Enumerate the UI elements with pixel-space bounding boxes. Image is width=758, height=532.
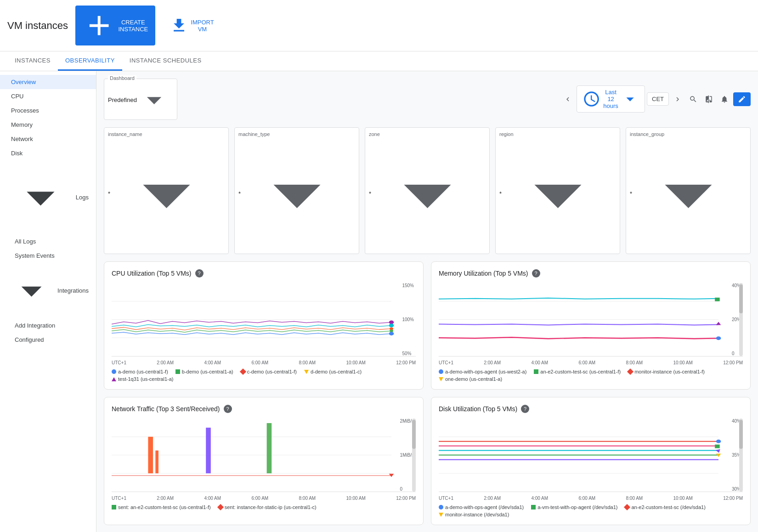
legend-memory-monitor: monitor-instance (us-central1-f) bbox=[628, 369, 705, 374]
sidebar-item-configured[interactable]: Configured bbox=[0, 333, 96, 347]
filter-zone[interactable]: zone * bbox=[365, 127, 490, 255]
network-chart-area: 2MiB/s 1MiB/s 0 bbox=[112, 419, 416, 492]
memory-chart-svg bbox=[439, 283, 743, 356]
import-icon bbox=[170, 17, 188, 34]
search-button[interactable] bbox=[686, 92, 700, 106]
cpu-chart-help[interactable]: ? bbox=[195, 269, 204, 277]
filter-dropdown-1-icon bbox=[110, 138, 223, 250]
svg-rect-18 bbox=[155, 451, 158, 474]
sidebar-item-all-logs[interactable]: All Logs bbox=[0, 234, 96, 249]
memory-legend: a-demo-with-ops-agent (us-west2-a) an-e2… bbox=[439, 369, 743, 382]
filter-region[interactable]: region * bbox=[495, 127, 620, 255]
legend-memory-one-demo: one-demo (us-central1-a) bbox=[439, 376, 502, 382]
cpu-chart-title: CPU Utilization (Top 5 VMs) ? bbox=[112, 269, 416, 277]
legend-c-demo: c-demo (us-central1-f) bbox=[241, 369, 297, 374]
pencil-icon bbox=[738, 95, 746, 103]
create-instance-button[interactable]: CREATE INSTANCE bbox=[75, 6, 155, 45]
cpu-y-labels: 150% 100% 50% bbox=[402, 283, 414, 356]
legend-diamond-sent-static bbox=[217, 504, 224, 510]
chevron-down-icon bbox=[7, 164, 74, 231]
legend-disk-e2: an-e2-custom-test-sc (/dev/sda1) bbox=[625, 504, 705, 510]
legend-memory-a-demo: a-demo-with-ops-agent (us-west2-a) bbox=[439, 369, 526, 374]
edit-dashboard-button[interactable] bbox=[733, 92, 751, 106]
legend-disk-monitor: monitor-instance (/dev/sda1) bbox=[439, 512, 509, 517]
legend-tri-down-disk-monitor bbox=[439, 513, 443, 517]
memory-chart-area: 40% 20% 0 bbox=[439, 283, 743, 357]
filter-machine-type[interactable]: machine_type * bbox=[234, 127, 359, 255]
sidebar-item-memory[interactable]: Memory bbox=[0, 118, 96, 132]
svg-point-3 bbox=[389, 321, 394, 324]
network-chart-help[interactable]: ? bbox=[224, 405, 232, 413]
sidebar-item-system-events[interactable]: System Events bbox=[0, 249, 96, 263]
cpu-x-labels: UTC+1 2:00 AM 4:00 AM 6:00 AM 8:00 AM 10… bbox=[112, 360, 416, 365]
tab-instances[interactable]: INSTANCES bbox=[7, 51, 58, 71]
time-dropdown-icon bbox=[621, 90, 639, 108]
legend-network-sent-static: sent: instance-for-static-ip (us-central… bbox=[218, 504, 317, 510]
header: VM instances CREATE INSTANCE IMPORT VM bbox=[0, 0, 758, 51]
filter-instance-group[interactable]: instance_group * bbox=[626, 127, 751, 255]
next-time-button[interactable] bbox=[671, 92, 684, 106]
network-scrollbar-thumb bbox=[412, 420, 416, 449]
disk-scrollbar[interactable] bbox=[739, 419, 743, 492]
filter-row: instance_name * machine_type * zone * bbox=[104, 127, 751, 255]
chevron-left-icon bbox=[564, 95, 572, 103]
legend-diamond-monitor bbox=[627, 368, 634, 375]
network-scrollbar[interactable] bbox=[412, 419, 416, 492]
sidebar-item-overview[interactable]: Overview bbox=[0, 75, 96, 89]
timezone-button[interactable]: CET bbox=[647, 92, 669, 106]
dropdown-arrow-icon bbox=[137, 83, 171, 117]
prev-time-button[interactable] bbox=[561, 92, 575, 106]
filter-dropdown-4-icon bbox=[502, 138, 614, 250]
legend-dot-disk-a bbox=[439, 505, 443, 509]
time-range-button[interactable]: Last 12 hours bbox=[577, 85, 645, 113]
disk-chart-help[interactable]: ? bbox=[521, 405, 529, 413]
svg-marker-27 bbox=[715, 448, 722, 453]
memory-scrollbar[interactable] bbox=[739, 283, 743, 356]
dashboard-select[interactable]: Dashboard Predefined bbox=[104, 79, 177, 119]
sidebar-item-add-integration[interactable]: Add Integration bbox=[0, 318, 96, 333]
filter-dropdown-5-icon bbox=[632, 138, 745, 250]
dashboard-right: Last 12 hours CET bbox=[561, 85, 751, 113]
network-traffic-chart: Network Traffic (Top 3 Sent/Received) ? … bbox=[104, 397, 424, 525]
filter-dropdown-3-icon bbox=[371, 138, 484, 250]
compare-button[interactable] bbox=[702, 92, 716, 106]
legend-square-sent-e2 bbox=[112, 505, 116, 509]
legend-memory-e2: an-e2-custom-test-sc (us-central1-f) bbox=[534, 369, 621, 374]
filter-instance-name-label: instance_name bbox=[108, 131, 223, 137]
import-vm-button[interactable]: IMPORT VM bbox=[163, 13, 221, 38]
memory-chart-title: Memory Utilization (Top 5 VMs) ? bbox=[439, 269, 743, 277]
legend-dot-memory-a bbox=[439, 369, 443, 374]
network-chart-title: Network Traffic (Top 3 Sent/Received) ? bbox=[112, 405, 416, 413]
sidebar-section-logs[interactable]: Logs bbox=[0, 160, 96, 234]
legend-b-demo: b-demo (us-central1-a) bbox=[175, 369, 233, 374]
disk-legend: a-demo-with-ops-agent (/dev/sda1) a-vm-t… bbox=[439, 504, 743, 517]
svg-rect-19 bbox=[206, 428, 211, 473]
sidebar-item-cpu[interactable]: CPU bbox=[0, 89, 96, 103]
sidebar-item-network[interactable]: Network bbox=[0, 132, 96, 146]
tab-observability[interactable]: OBSERVABILITY bbox=[58, 51, 122, 71]
legend-tri-down-d-demo bbox=[304, 370, 309, 374]
sidebar-item-disk[interactable]: Disk bbox=[0, 146, 96, 160]
legend-test1q31: test-1q31 (us-central1-a) bbox=[112, 376, 173, 382]
alert-button[interactable] bbox=[718, 92, 731, 106]
tab-instance-schedules[interactable]: INSTANCE SCHEDULES bbox=[122, 51, 209, 71]
memory-scrollbar-thumb bbox=[739, 284, 743, 314]
nav-tabs: INSTANCES OBSERVABILITY INSTANCE SCHEDUL… bbox=[0, 51, 758, 71]
sidebar-item-processes[interactable]: Processes bbox=[0, 103, 96, 118]
filter-region-label: region bbox=[499, 131, 614, 137]
svg-rect-26 bbox=[715, 445, 720, 448]
memory-chart-help[interactable]: ? bbox=[532, 269, 540, 277]
sidebar: Overview CPU Processes Memory Network Di… bbox=[0, 71, 96, 532]
bell-icon bbox=[720, 95, 729, 103]
sidebar-section-integrations[interactable]: Integrations bbox=[0, 263, 96, 318]
memory-x-labels: UTC+1 2:00 AM 4:00 AM 6:00 AM 8:00 AM 10… bbox=[439, 360, 743, 365]
filter-zone-label: zone bbox=[369, 131, 484, 137]
filter-instance-name[interactable]: instance_name * bbox=[104, 127, 229, 255]
legend-d-demo: d-demo (us-central1-c) bbox=[304, 369, 362, 374]
disk-chart-area: 40% 35% 30% bbox=[439, 419, 743, 492]
legend-square-b-demo bbox=[175, 369, 180, 374]
legend-tri-test1q31 bbox=[112, 377, 116, 381]
svg-rect-11 bbox=[715, 298, 720, 301]
legend-disk-a-demo: a-demo-with-ops-agent (/dev/sda1) bbox=[439, 504, 524, 510]
add-icon bbox=[83, 9, 115, 42]
